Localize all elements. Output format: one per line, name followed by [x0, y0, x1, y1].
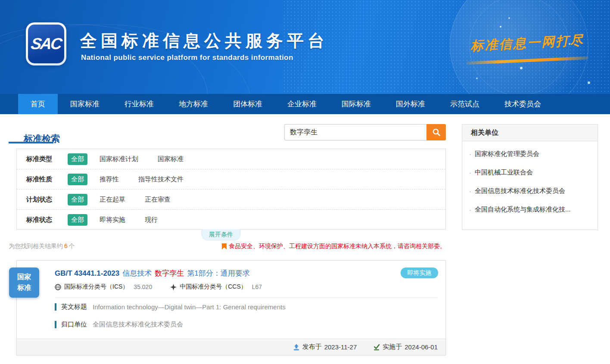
filter-option[interactable]: 正在审查 — [145, 196, 171, 204]
results-meta-line: 为您找到相关结果约6个 食品安全、环境保护、工程建设方面的国家标准未纳入本系统，… — [9, 243, 446, 250]
standard-title-part2[interactable]: 第1部分：通用要求 — [187, 268, 249, 278]
detail-value: Information technology—Digital twin—Part… — [93, 303, 286, 311]
results-count: 为您找到相关结果约6个 — [9, 243, 75, 250]
ics-label: 国际标准分类号（ICS） — [64, 283, 128, 291]
nav-item-group-standards[interactable]: 团体标准 — [221, 94, 275, 114]
implemented-date: 2024-06-01 — [405, 343, 438, 351]
filter-all-button[interactable]: 全部 — [68, 153, 87, 165]
filter-all-button[interactable]: 全部 — [68, 194, 87, 205]
detail-row-english-title: 英文标题 Information technology—Digital twin… — [55, 303, 286, 311]
filter-all-button[interactable]: 全部 — [68, 214, 87, 226]
bullet-dot: · — [469, 187, 471, 195]
search-button[interactable] — [426, 124, 446, 140]
classification-row: 国际标准分类号（ICS） 35.020 中国标准分类号（CCS） L67 — [55, 283, 262, 291]
site-subtitle: National public service platform for sta… — [81, 53, 293, 62]
filter-option[interactable]: 即将实施 — [100, 216, 125, 224]
type-badge-line1: 国家 — [17, 272, 31, 283]
filter-row-standard-type: 标准类型 全部 国家标准计划 国家标准 — [17, 149, 445, 169]
filter-row-standard-nature: 标准性质 全部 推荐性 指导性技术文件 — [17, 169, 445, 190]
standard-title-highlight[interactable]: 数字孪生 — [155, 268, 184, 278]
filter-row-plan-status: 计划状态 全部 正在起草 正在审查 — [17, 190, 445, 210]
published-date-item: 发布于 2023-11-27 — [293, 343, 357, 351]
ics-value: 35.020 — [134, 283, 152, 290]
bookmark-icon — [222, 243, 227, 249]
related-units-title: 相关单位 — [462, 124, 598, 141]
page: SAC 全国标准信息公共服务平台 National public service… — [0, 0, 610, 364]
published-date: 2023-11-27 — [324, 343, 357, 351]
sac-logo-inner: SAC — [28, 25, 64, 63]
filter-label: 标准类型 — [26, 155, 68, 163]
standard-title: GB/T 43441.1-2023 信息技术 数字孪生 第1部分：通用要求 — [55, 268, 250, 278]
nav-item-national-standards[interactable]: 国家标准 — [58, 94, 112, 114]
expand-conditions-button[interactable]: 展开条件 — [202, 229, 240, 240]
filter-label: 标准状态 — [26, 216, 68, 224]
check-icon — [373, 344, 380, 351]
related-unit-link[interactable]: · 国家标准化管理委员会 — [462, 145, 598, 163]
related-unit-label: 中国机械工业联合会 — [475, 168, 533, 177]
site-title: 全国标准信息公共服务平台 — [80, 29, 328, 53]
standard-code-link[interactable]: GB/T 43441.1-2023 — [55, 269, 119, 278]
nav-item-industry-standards[interactable]: 行业标准 — [112, 94, 166, 114]
results-count-prefix: 为您找到相关结果约 — [9, 243, 63, 249]
detail-value: 全国信息技术标准化技术委员会 — [93, 320, 183, 329]
bullet-dot: · — [469, 150, 471, 158]
detail-label: 英文标题 — [61, 303, 87, 311]
page-title-underline — [9, 142, 53, 143]
globe-icon — [55, 284, 61, 290]
published-label: 发布于 — [302, 343, 322, 351]
filter-label: 计划状态 — [26, 196, 68, 204]
standard-type-badge: 国家 标准 — [9, 268, 39, 298]
nav-item-enterprise-standards[interactable]: 企业标准 — [275, 94, 329, 114]
filter-option[interactable]: 现行 — [145, 216, 158, 224]
related-unit-label: 全国信息技术标准化技术委员会 — [475, 187, 565, 195]
type-badge-line2: 标准 — [17, 283, 31, 293]
teal-marker-bar — [55, 321, 56, 328]
filter-option[interactable]: 指导性技术文件 — [138, 175, 184, 184]
filter-option[interactable]: 推荐性 — [100, 175, 119, 184]
nav-item-local-standards[interactable]: 地方标准 — [166, 94, 221, 114]
nav-item-technical-committees[interactable]: 技术委员会 — [492, 94, 554, 114]
results-count-suffix: 个 — [69, 243, 75, 249]
search-input[interactable] — [284, 124, 426, 140]
filter-option[interactable]: 国家标准计划 — [100, 155, 138, 163]
bullet-dot: · — [469, 169, 471, 176]
filter-label: 标准性质 — [26, 175, 68, 184]
notice-text: 食品安全、环境保护、工程建设方面的国家标准未纳入本系统，请咨询相关部委。 — [229, 243, 446, 250]
filter-option[interactable]: 国家标准 — [158, 155, 184, 163]
related-unit-link[interactable]: · 中国机械工业联合会 — [462, 163, 598, 182]
sac-logo[interactable]: SAC — [26, 22, 66, 65]
ccs-value: L67 — [252, 283, 262, 290]
nav-item-pilot-program[interactable]: 示范试点 — [438, 94, 492, 114]
status-badge: 即将实施 — [401, 268, 438, 278]
related-unit-link[interactable]: · 全国信息技术标准化技术委员会 — [462, 182, 598, 200]
detail-row-competent-unit: 归口单位 全国信息技术标准化技术委员会 — [55, 320, 183, 329]
sac-logo-text: SAC — [30, 35, 62, 53]
search-icon — [432, 128, 441, 137]
nav-item-international-standards[interactable]: 国际标准 — [329, 94, 383, 114]
card-divider — [55, 297, 438, 298]
compass-icon — [170, 284, 177, 290]
filter-all-button[interactable]: 全部 — [68, 174, 87, 185]
teal-marker-bar — [55, 303, 56, 311]
related-unit-link[interactable]: · 全国自动化系统与集成标准化技... — [462, 200, 598, 219]
related-unit-label: 全国自动化系统与集成标准化技... — [475, 205, 571, 214]
related-units-panel: 相关单位 · 国家标准化管理委员会 · 中国机械工业联合会 · 全国信息技术标准… — [462, 124, 598, 230]
ccs-label: 中国标准分类号（CCS） — [180, 283, 247, 291]
implemented-date-item: 实施于 2024-06-01 — [373, 343, 438, 351]
system-notice: 食品安全、环境保护、工程建设方面的国家标准未纳入本系统，请咨询相关部委。 — [222, 243, 446, 250]
filter-option[interactable]: 正在起草 — [100, 196, 125, 204]
search-bar — [284, 124, 446, 140]
main-nav: 首页 国家标准 行业标准 地方标准 团体标准 企业标准 国际标准 国外标准 示范… — [0, 94, 610, 114]
standard-title-part1[interactable]: 信息技术 — [122, 268, 152, 278]
results-count-number: 6 — [64, 243, 68, 249]
result-card: 国家 标准 GB/T 43441.1-2023 信息技术 数字孪生 第1部分：通… — [16, 260, 446, 355]
upload-icon — [293, 344, 300, 351]
nav-item-foreign-standards[interactable]: 国外标准 — [383, 94, 438, 114]
filter-panel: 标准类型 全部 国家标准计划 国家标准 标准性质 全部 推荐性 指导性技术文件 … — [16, 149, 446, 230]
nav-item-home[interactable]: 首页 — [18, 94, 58, 114]
spark-dots-decoration — [500, 26, 501, 28]
site-header: SAC 全国标准信息公共服务平台 National public service… — [0, 0, 610, 94]
related-units-list: · 国家标准化管理委员会 · 中国机械工业联合会 · 全国信息技术标准化技术委员… — [462, 145, 598, 219]
detail-label: 归口单位 — [61, 320, 87, 329]
card-footer: 发布于 2023-11-27 实施于 2024-06-01 — [17, 339, 445, 355]
